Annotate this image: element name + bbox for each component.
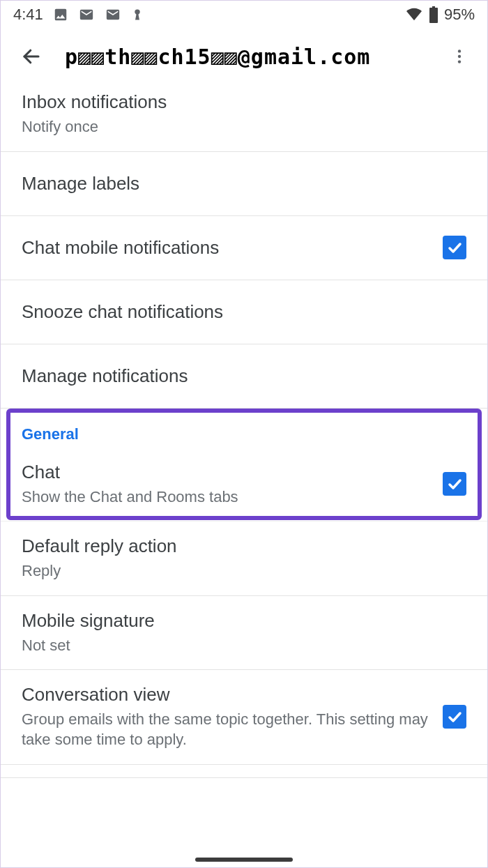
row-title: Chat mobile notifications (22, 237, 429, 259)
section-header-general: General (1, 409, 487, 448)
row-mobile-signature[interactable]: Mobile signature Not set (1, 596, 487, 671)
battery-percent: 95% (444, 6, 475, 24)
row-chat[interactable]: Chat Show the Chat and Rooms tabs (1, 448, 487, 522)
row-title: Snooze chat notifications (22, 301, 452, 323)
wifi-icon (405, 7, 423, 22)
status-time: 4:41 (13, 6, 43, 24)
back-button[interactable] (17, 43, 45, 70)
row-manage-notifications[interactable]: Manage notifications (1, 344, 487, 409)
row-title: Conversation view (22, 684, 429, 706)
divider (1, 777, 487, 778)
row-title: Manage notifications (22, 365, 452, 387)
keyhole-icon (131, 7, 144, 22)
mail2-icon (105, 7, 121, 22)
row-chat-mobile-notifications[interactable]: Chat mobile notifications (1, 216, 487, 280)
screen: 4:41 95% (0, 0, 488, 868)
general-highlight-section: General Chat Show the Chat and Rooms tab… (1, 409, 487, 522)
row-subtitle: Not set (22, 636, 452, 656)
svg-point-3 (458, 60, 461, 63)
row-inbox-notifications[interactable]: Inbox notifications Notify once (1, 84, 487, 152)
row-subtitle: Show the Chat and Rooms tabs (22, 487, 429, 508)
svg-point-2 (458, 55, 461, 58)
row-title: Chat (22, 462, 429, 483)
row-title: Inbox notifications (22, 91, 452, 113)
picture-icon (53, 7, 68, 22)
status-right: 95% (405, 6, 475, 24)
status-bar: 4:41 95% (1, 1, 487, 29)
checkbox-chat[interactable] (443, 472, 466, 496)
svg-point-1 (458, 50, 461, 52)
gesture-nav-indicator (195, 858, 293, 862)
row-subtitle: Notify once (22, 117, 452, 137)
checkbox-chat-mobile-notifications[interactable] (443, 236, 466, 259)
overflow-menu-button[interactable] (445, 43, 473, 70)
checkbox-conversation-view[interactable] (443, 705, 466, 729)
status-left: 4:41 (13, 6, 144, 24)
row-title: Default reply action (22, 535, 452, 557)
row-title: Manage labels (22, 173, 452, 195)
row-snooze-chat-notifications[interactable]: Snooze chat notifications (1, 280, 487, 344)
row-subtitle: Group emails with the same topic togethe… (22, 710, 429, 749)
mail1-icon (78, 7, 95, 22)
battery-icon (429, 6, 439, 23)
account-email-title: p▨▨th▨▨ch15▨▨@gmail.com (65, 45, 445, 69)
row-manage-labels[interactable]: Manage labels (1, 152, 487, 216)
row-title: Mobile signature (22, 610, 452, 632)
settings-list: Inbox notifications Notify once Manage l… (1, 84, 487, 778)
row-default-reply-action[interactable]: Default reply action Reply (1, 521, 487, 596)
row-conversation-view[interactable]: Conversation view Group emails with the … (1, 670, 487, 764)
row-subtitle: Reply (22, 561, 452, 581)
app-bar: p▨▨th▨▨ch15▨▨@gmail.com (1, 29, 487, 84)
